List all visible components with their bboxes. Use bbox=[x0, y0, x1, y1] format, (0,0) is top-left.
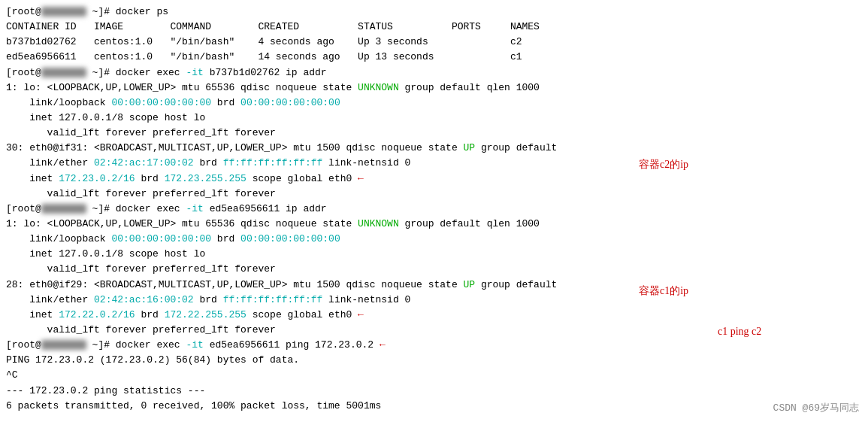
terminal: [root@ ~]# docker ps CONTAINER ID IMAGE … bbox=[0, 0, 868, 422]
line-ping3: --- 172.23.0.2 ping statistics --- bbox=[6, 384, 862, 399]
watermark: CSDN @69岁马同志 bbox=[773, 401, 859, 416]
line-ping1: PING 172.23.0.2 (172.23.0.2) 56(84) byte… bbox=[6, 353, 862, 368]
arrow-c1: ← bbox=[352, 308, 364, 323]
flag-it-3: -it bbox=[186, 339, 203, 351]
brd-c2: 172.23.255.255 bbox=[165, 173, 246, 184]
line-lo1: 1: lo: <LOOPBACK,UP,LOWER_UP> mtu 65536 … bbox=[6, 80, 862, 96]
brd-lo2: 00:00:00:00:00:00 bbox=[240, 233, 340, 244]
annotation-c1-ip: 容器c1的ip bbox=[639, 283, 688, 299]
brd-lo1: 00:00:00:00:00:00 bbox=[240, 97, 340, 108]
line-eth0-2c: inet 172.22.0.2/16 brd 172.22.255.255 sc… bbox=[6, 308, 862, 323]
brd-c1: 172.22.255.255 bbox=[165, 309, 246, 320]
line-ctrl-c: ^C bbox=[6, 368, 862, 383]
state-up-2: UP bbox=[464, 279, 476, 290]
mac-lo2: 00:00:00:00:00:00 bbox=[111, 233, 211, 244]
mac-lo1: 00:00:00:00:00:00 bbox=[111, 97, 211, 108]
state-unknown-1: UNKNOWN bbox=[358, 82, 399, 93]
annotation-ping: c1 ping c2 bbox=[718, 323, 761, 340]
brd-eth0-2: ff:ff:ff:ff:ff:ff bbox=[223, 294, 323, 305]
line-eth0-2: 28: eth0@if29: <BROADCAST,MULTICAST,UP,L… bbox=[6, 278, 862, 293]
state-unknown-2: UNKNOWN bbox=[358, 218, 399, 229]
line-lo2d: valid_lft forever preferred_lft forever bbox=[6, 262, 862, 277]
arrow-ping: ← bbox=[374, 338, 386, 353]
line-eth0-1c: inet 172.23.0.2/16 brd 172.23.255.255 sc… bbox=[6, 172, 862, 187]
line-cmd1: [root@ ~]# docker ps bbox=[6, 5, 862, 20]
line-eth0-1: 30: eth0@if31: <BROADCAST,MULTICAST,UP,L… bbox=[6, 141, 862, 156]
annotation-c2-ip: 容器c2的ip bbox=[639, 156, 688, 173]
mac-eth0-1: 02:42:ac:17:00:02 bbox=[94, 157, 194, 168]
state-up-1: UP bbox=[464, 142, 476, 153]
line-cmd4: [root@ ~]# docker exec -it ed5ea6956611 … bbox=[6, 338, 862, 353]
line-lo1d: valid_lft forever preferred_lft forever bbox=[6, 126, 862, 141]
flag-it-1: -it bbox=[186, 67, 203, 78]
line-cmd3: [root@ ~]# docker exec -it ed5ea6956611 … bbox=[6, 202, 862, 217]
ip-c2: 172.23.0.2/16 bbox=[59, 173, 135, 184]
line-cmd2: [root@ ~]# docker exec -it b737b1d02762 … bbox=[6, 65, 862, 80]
line-lo2c: inet 127.0.0.1/8 scope host lo bbox=[6, 247, 862, 262]
line-lo1b: link/loopback 00:00:00:00:00:00 brd 00:0… bbox=[6, 96, 862, 111]
line-lo1c: inet 127.0.0.1/8 scope host lo bbox=[6, 111, 862, 126]
brd-eth0-1: ff:ff:ff:ff:ff:ff bbox=[223, 157, 323, 168]
line-lo2: 1: lo: <LOOPBACK,UP,LOWER_UP> mtu 65536 … bbox=[6, 217, 862, 232]
prompt-1: [root@ ~]# docker ps bbox=[6, 6, 168, 17]
mac-eth0-2: 02:42:ac:16:00:02 bbox=[94, 294, 194, 305]
arrow-c2: ← bbox=[352, 172, 364, 187]
line-ping4: 6 packets transmitted, 0 received, 100% … bbox=[6, 399, 862, 414]
line-row1: b737b1d02762 centos:1.0 "/bin/bash" 4 se… bbox=[6, 35, 862, 50]
line-header: CONTAINER ID IMAGE COMMAND CREATED STATU… bbox=[6, 20, 862, 35]
flag-it-2: -it bbox=[186, 203, 203, 214]
line-row2: ed5ea6956611 centos:1.0 "/bin/bash" 14 s… bbox=[6, 50, 862, 65]
line-eth0-1d: valid_lft forever preferred_lft forever bbox=[6, 187, 862, 202]
line-lo2b: link/loopback 00:00:00:00:00:00 brd 00:0… bbox=[6, 232, 862, 247]
line-eth0-2b: link/ether 02:42:ac:16:00:02 brd ff:ff:f… bbox=[6, 293, 862, 308]
ip-c1: 172.22.0.2/16 bbox=[59, 309, 135, 320]
line-eth0-1b: link/ether 02:42:ac:17:00:02 brd ff:ff:f… bbox=[6, 156, 862, 171]
